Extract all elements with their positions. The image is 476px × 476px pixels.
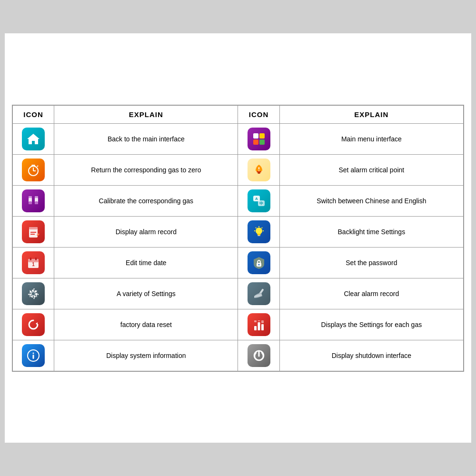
- svg-point-43: [258, 264, 259, 265]
- shutdown-svg: [252, 348, 266, 363]
- col-header-icon-left: ICON: [13, 105, 54, 123]
- lang-icon: A 中: [248, 189, 270, 212]
- icon-cell-calibrate: [13, 185, 54, 216]
- gas-settings-svg: [252, 317, 266, 332]
- explain-cell: A variety of Settings: [54, 278, 238, 309]
- explain-text: Backlight time Settings: [338, 228, 406, 236]
- svg-text:1: 1: [32, 262, 35, 267]
- svg-rect-1: [253, 133, 258, 139]
- icon-cell-lang: A 中: [238, 185, 279, 216]
- svg-line-9: [37, 166, 38, 167]
- svg-rect-13: [258, 170, 259, 171]
- icon-cell-alarm-rec: [13, 216, 54, 247]
- svg-rect-19: [35, 201, 38, 204]
- menu-icon: [248, 128, 270, 150]
- col-header-explain-right: EXPLAIN: [279, 105, 463, 123]
- svg-rect-58: [33, 355, 34, 359]
- explain-text: A variety of Settings: [117, 290, 176, 298]
- calibrate-svg: [26, 194, 40, 208]
- svg-rect-25: [29, 227, 38, 229]
- icon-cell-alarm-point: [238, 154, 279, 185]
- svg-rect-16: [29, 196, 32, 198]
- explain-cell: Display shutdown interface: [279, 340, 463, 371]
- svg-rect-40: [35, 258, 37, 260]
- table-row: Display alarm record: [13, 216, 464, 247]
- explain-cell: Back to the main interface: [54, 123, 238, 154]
- explain-cell: Calibrate the corresponding gas: [54, 185, 238, 216]
- table-row: Display system information: [13, 340, 464, 371]
- settings-svg: [26, 287, 40, 301]
- backlight-icon: [248, 220, 270, 243]
- reset-svg: [26, 317, 40, 332]
- explain-text: Clear alarm record: [344, 290, 399, 298]
- svg-point-11: [258, 172, 260, 174]
- info-icon: [22, 344, 45, 367]
- svg-rect-51: [258, 322, 260, 330]
- timer-svg: [26, 163, 40, 177]
- alarm-point-icon: [248, 159, 270, 181]
- svg-rect-53: [254, 320, 257, 322]
- explain-cell: Return the corresponding gas to zero: [54, 154, 238, 185]
- svg-rect-50: [254, 326, 257, 330]
- lang-svg: A 中: [252, 194, 266, 208]
- icon-cell-home: [13, 123, 54, 154]
- home-icon: [22, 128, 45, 150]
- explain-cell: Display system information: [54, 340, 238, 371]
- icon-cell-clear: [238, 278, 279, 309]
- explain-cell: Set alarm critical point: [279, 154, 463, 185]
- explain-text: Switch between Chinese and English: [317, 197, 426, 205]
- alarm-rec-icon: [22, 220, 45, 243]
- explain-text: Edit time date: [126, 259, 167, 267]
- explain-cell: Clear alarm record: [279, 278, 463, 309]
- table-row: A variety of Settings: [13, 278, 464, 309]
- calibrate-icon: [22, 189, 45, 212]
- icon-cell-password: [238, 247, 279, 278]
- edit-time-icon: 1: [22, 251, 45, 274]
- explain-text: Display alarm record: [116, 228, 177, 236]
- col-header-explain-left: EXPLAIN: [54, 105, 238, 123]
- svg-line-35: [255, 227, 256, 228]
- svg-point-57: [33, 352, 34, 354]
- svg-text:中: 中: [259, 201, 263, 206]
- table-row: Back to the main interface: [13, 123, 464, 154]
- svg-rect-12: [258, 167, 259, 169]
- svg-marker-49: [36, 322, 38, 325]
- svg-rect-55: [261, 320, 264, 323]
- svg-rect-52: [261, 324, 264, 330]
- icon-cell-info: [13, 340, 54, 371]
- svg-point-29: [256, 228, 262, 234]
- explain-cell: Edit time date: [54, 247, 238, 278]
- icon-cell-timer: [13, 154, 54, 185]
- explain-text: Display shutdown interface: [332, 352, 411, 359]
- password-icon: [248, 251, 270, 274]
- table-wrapper: ICON EXPLAIN ICON EXPLAIN: [12, 105, 464, 372]
- explain-text: factory data reset: [120, 321, 172, 328]
- explain-text: Return the corresponding gas to zero: [91, 166, 201, 174]
- svg-rect-4: [259, 139, 265, 145]
- icon-cell-edit-time: 1: [13, 247, 54, 278]
- explain-cell: Main menu interface: [279, 123, 463, 154]
- explain-cell: Backlight time Settings: [279, 216, 463, 247]
- explain-cell: Displays the Settings for each gas: [279, 309, 463, 340]
- svg-rect-17: [35, 196, 38, 198]
- explain-cell: Switch between Chinese and English: [279, 185, 463, 216]
- table-row: Return the corresponding gas to zero: [13, 154, 464, 185]
- clear-icon: [248, 282, 270, 305]
- icon-cell-menu: [238, 123, 279, 154]
- icon-cell-settings: [13, 278, 54, 309]
- alarm-point-svg: [252, 163, 266, 177]
- svg-rect-2: [259, 133, 265, 139]
- svg-point-47: [32, 292, 35, 295]
- clear-svg: [252, 287, 266, 301]
- settings-icon: [22, 282, 45, 305]
- explain-text: Calibrate the corresponding gas: [99, 197, 193, 205]
- svg-rect-54: [258, 320, 260, 321]
- menu-svg: [252, 132, 266, 146]
- icon-explain-table: ICON EXPLAIN ICON EXPLAIN: [12, 105, 464, 371]
- explain-text: Back to the main interface: [108, 135, 185, 143]
- password-svg: [252, 256, 266, 270]
- table-row: Calibrate the corresponding gas A 中: [13, 185, 464, 216]
- gas-settings-icon: [248, 313, 270, 336]
- svg-rect-39: [30, 258, 31, 260]
- edit-time-svg: 1: [26, 256, 40, 270]
